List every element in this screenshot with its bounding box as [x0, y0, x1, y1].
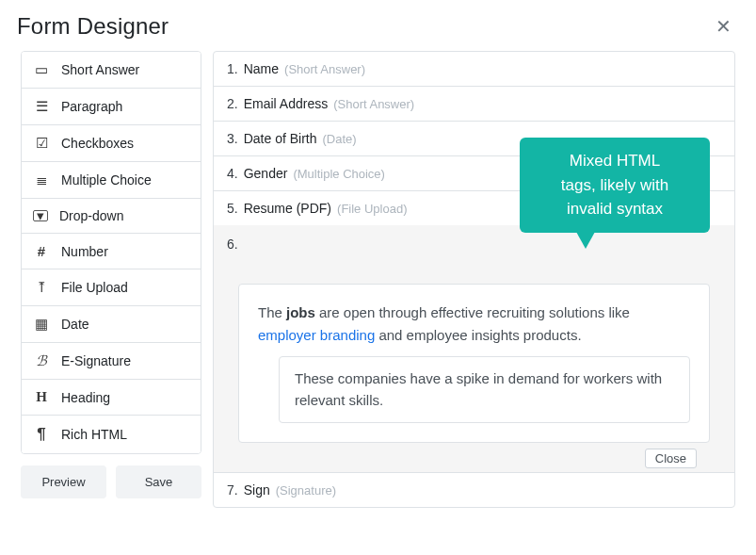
field-index: 3.: [227, 131, 238, 146]
field-index: 7.: [227, 482, 238, 498]
signature-icon: ℬ: [33, 352, 50, 369]
file-upload-icon: ⤒: [33, 279, 50, 296]
palette-label: Multiple Choice: [61, 172, 152, 188]
palette-label: Short Answer: [61, 62, 139, 77]
field-label: Gender: [244, 166, 288, 181]
palette-item[interactable]: ▾Drop-down: [22, 199, 201, 234]
callout-text: invalid syntax: [567, 200, 663, 218]
callout-tooltip: Mixed HTML tags, likely with invalid syn…: [520, 138, 710, 233]
short-answer-icon: ▭: [33, 61, 50, 78]
field-type: (Multiple Choice): [293, 167, 385, 181]
heading-icon: H: [33, 389, 50, 405]
field-index: 2.: [227, 96, 238, 111]
save-button[interactable]: Save: [116, 465, 201, 498]
field-index: 4.: [227, 166, 238, 181]
palette-item[interactable]: ☰Paragraph: [22, 89, 201, 125]
callout-text: Mixed HTML: [570, 152, 660, 170]
palette-item[interactable]: HHeading: [22, 380, 201, 416]
date-icon: ▦: [33, 316, 50, 333]
field-label: Sign: [244, 482, 270, 498]
palette-item[interactable]: ¶Rich HTML: [22, 416, 201, 453]
drop-down-icon: ▾: [33, 210, 48, 221]
rich-text: The: [258, 304, 286, 320]
palette-item[interactable]: ≣Multiple Choice: [22, 162, 201, 199]
rich-text: are open through effective recruiting so…: [315, 304, 630, 320]
field-label: Resume (PDF): [244, 201, 331, 216]
field-type: (Short Answer): [284, 62, 365, 76]
rich-text: and employee insights products.: [375, 327, 581, 343]
palette-label: Heading: [61, 390, 110, 405]
field-index: 5.: [227, 201, 238, 216]
rich-html-preview[interactable]: The jobs are open through effective recr…: [238, 284, 710, 443]
field-label: Date of Birth: [244, 131, 317, 146]
field-type: (Date): [323, 132, 357, 146]
rich-html-icon: ¶: [33, 425, 50, 444]
field-row[interactable]: 2.Email Address(Short Answer): [214, 87, 734, 122]
multiple-choice-icon: ≣: [33, 171, 50, 188]
field-row[interactable]: 1.Name(Short Answer): [214, 52, 734, 87]
field-label: Name: [244, 61, 279, 76]
palette-label: Paragraph: [61, 99, 122, 114]
field-type: (Signature): [276, 483, 336, 498]
close-icon[interactable]: ✕: [712, 13, 735, 40]
palette-label: Number: [61, 244, 108, 259]
form-canvas: 1.Name(Short Answer)2.Email Address(Shor…: [213, 51, 735, 508]
field-type: (Short Answer): [333, 97, 414, 111]
field-index: 1.: [227, 61, 238, 76]
palette-label: E-Signature: [61, 353, 131, 368]
palette-item[interactable]: ℬE-Signature: [22, 343, 201, 380]
field-label: Email Address: [244, 96, 328, 111]
close-button[interactable]: Close: [645, 449, 697, 468]
palette-label: File Upload: [61, 280, 128, 295]
nested-block: These companies have a spike in demand f…: [279, 356, 690, 423]
number-icon: #: [33, 243, 50, 259]
callout-text: tags, likely with: [561, 176, 668, 194]
palette-item[interactable]: ▭Short Answer: [22, 52, 201, 89]
preview-button[interactable]: Preview: [21, 465, 106, 498]
palette-item[interactable]: #Number: [22, 234, 201, 269]
sidebar: ▭Short Answer☰Paragraph☑Checkboxes≣Multi…: [21, 51, 201, 508]
rich-bold: jobs: [286, 304, 315, 320]
palette-label: Checkboxes: [61, 136, 134, 151]
palette-item[interactable]: ▦Date: [22, 306, 201, 343]
page-title: Form Designer: [17, 13, 169, 40]
field-type: (File Upload): [337, 202, 407, 216]
component-palette: ▭Short Answer☰Paragraph☑Checkboxes≣Multi…: [21, 51, 201, 454]
field-index: 6.: [227, 237, 238, 252]
field-row[interactable]: 7. Sign (Signature): [214, 473, 734, 507]
palette-label: Date: [61, 317, 89, 332]
paragraph-icon: ☰: [33, 98, 50, 115]
rich-link[interactable]: employer branding: [258, 327, 375, 343]
palette-item[interactable]: ⤒File Upload: [22, 269, 201, 306]
checkboxes-icon: ☑: [33, 135, 50, 152]
palette-label: Drop-down: [59, 208, 123, 223]
palette-label: Rich HTML: [61, 427, 127, 442]
palette-item[interactable]: ☑Checkboxes: [22, 125, 201, 162]
field-editor: Mixed HTML tags, likely with invalid syn…: [214, 225, 734, 473]
